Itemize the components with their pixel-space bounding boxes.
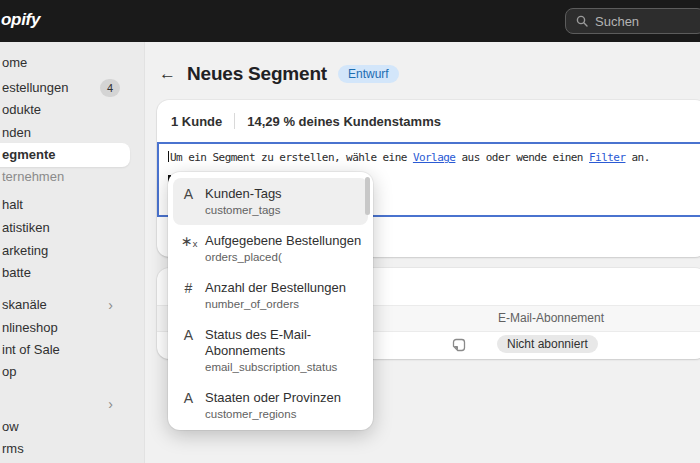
search-placeholder: Suchen — [595, 14, 639, 29]
sidebar-item-label: skanäle — [2, 297, 47, 312]
divider — [234, 113, 235, 129]
dropdown-item-code: number_of_orders — [205, 297, 365, 312]
sidebar-item-statistiken[interactable]: atistiken — [0, 217, 133, 239]
email-subscription-column-header: E-Mail-Abonnement — [498, 306, 604, 331]
sidebar-item-vertriebskanaele[interactable]: skanäle › — [0, 294, 133, 316]
dropdown-item-staaten-oder-provinzen[interactable]: A Staaten oder Provinzen customer_region… — [173, 382, 368, 429]
dropdown-item-label: Status des E-Mail-Abonnements — [205, 327, 365, 359]
dropdown-item-code: customer_tags — [205, 203, 365, 218]
editor-hint-line: Um ein Segment zu erstellen, wähle eine … — [159, 144, 700, 164]
chevron-right-icon[interactable]: › — [108, 393, 113, 415]
dropdown-item-anzahl-der-bestellungen[interactable]: # Anzahl der Bestellungen number_of_orde… — [173, 272, 368, 319]
sidebar-item-apps-section[interactable]: › — [0, 393, 133, 415]
hint-text: aus oder wende einen — [455, 151, 589, 164]
sidebar-item-inhalt[interactable]: halt — [0, 194, 133, 216]
search-icon — [576, 15, 588, 27]
orders-count-badge: 4 — [100, 79, 120, 97]
hint-text: an. — [625, 151, 649, 164]
sidebar-item-forms[interactable]: rms — [0, 438, 133, 460]
sidebar-item-flow[interactable]: ow — [0, 416, 133, 438]
filter-suggestions-dropdown: A Kunden-Tags customer_tags ∗ₓ Aufgegebe… — [168, 172, 373, 430]
dropdown-item-aufgegebene-bestellungen[interactable]: ∗ₓ Aufgegebene Bestellungen orders_place… — [173, 225, 368, 272]
sidebar-item-shop[interactable]: op — [0, 361, 133, 383]
dropdown-item-code: email_subscription_status — [205, 360, 365, 375]
dropdown-item-code: orders_placed( — [205, 250, 365, 265]
dropdown-item-label: Staaten oder Provinzen — [205, 390, 365, 406]
function-icon: ∗ₓ — [181, 233, 196, 265]
number-type-icon: # — [181, 280, 196, 312]
customer-base-percent: 14,29 % deines Kundenstamms — [247, 114, 441, 129]
dropdown-item-kunden-tags[interactable]: A Kunden-Tags customer_tags — [173, 178, 368, 225]
customer-count: 1 Kunde — [171, 114, 222, 129]
sidebar-item-marketing[interactable]: arketing — [0, 240, 133, 262]
sidebar-nav: ome estellungen 4 odukte nden egmente te… — [0, 42, 145, 463]
shopify-admin: opify Suchen ome estellungen 4 odukte nd… — [0, 0, 700, 463]
back-arrow-icon[interactable]: ← — [159, 62, 176, 86]
dropdown-item-email-abonnement-status[interactable]: A Status des E-Mail-Abonnements email_su… — [173, 319, 368, 382]
filter-link[interactable]: Filter — [589, 151, 625, 164]
sidebar-item-onlineshop[interactable]: nlineshop — [0, 317, 133, 339]
sidebar-item-bestellungen[interactable]: estellungen 4 — [0, 77, 133, 99]
draft-status-badge: Entwurf — [338, 65, 399, 83]
shopify-logo: opify — [1, 10, 40, 30]
sidebar-item-rabatte[interactable]: batte — [0, 262, 133, 284]
segment-summary-strip: 1 Kunde 14,29 % deines Kundenstamms — [157, 100, 700, 142]
vorlage-link[interactable]: Vorlage — [413, 151, 456, 164]
sidebar-item-label: estellungen — [2, 80, 69, 95]
dropdown-item-label: Kunden-Tags — [205, 186, 365, 202]
text-cursor — [168, 151, 169, 162]
sidebar-item-home[interactable]: ome — [0, 52, 133, 74]
sidebar-item-unternehmen[interactable]: ternehmen — [0, 166, 133, 188]
topbar: opify Suchen — [0, 0, 700, 42]
page-header: ← Neues Segment Entwurf — [159, 62, 399, 86]
sidebar-item-segmente[interactable]: egmente — [0, 143, 130, 167]
sidebar-item-point-of-sale[interactable]: int of Sale — [0, 339, 133, 361]
dropdown-item-label: Anzahl der Bestellungen — [205, 280, 365, 296]
text-type-icon: A — [181, 186, 196, 218]
global-search-input[interactable]: Suchen — [565, 8, 700, 34]
page-title: Neues Segment — [187, 63, 327, 85]
hint-text: Um ein Segment zu erstellen, wähle eine — [170, 151, 413, 164]
dropdown-item-label: Aufgegebene Bestellungen — [205, 233, 365, 249]
dropdown-scrollbar[interactable] — [365, 177, 370, 215]
sidebar-item-kunden[interactable]: nden — [0, 122, 133, 144]
chevron-right-icon[interactable]: › — [108, 294, 113, 316]
note-icon — [452, 338, 466, 352]
text-type-icon: A — [181, 390, 196, 422]
text-type-icon: A — [181, 327, 196, 375]
sidebar-item-produkte[interactable]: odukte — [0, 99, 133, 121]
dropdown-item-code: customer_regions — [205, 407, 365, 422]
email-subscription-status-badge: Nicht abonniert — [497, 335, 598, 353]
